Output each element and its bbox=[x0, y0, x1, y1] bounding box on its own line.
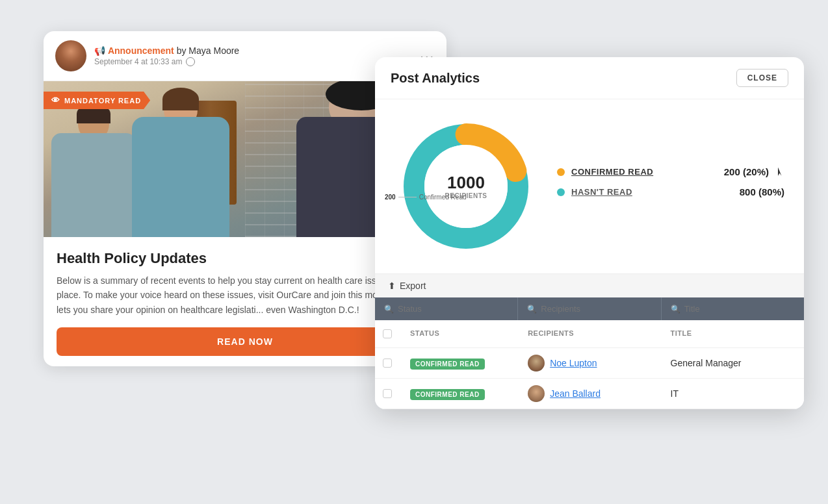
announcement-icon: 📢 bbox=[94, 45, 105, 56]
row-checkbox-2[interactable] bbox=[383, 389, 392, 398]
post-meta: 📢 Announcement by Maya Moore September 4… bbox=[94, 45, 420, 66]
status-badge-2: CONFIRMED READ bbox=[410, 389, 485, 400]
legend-hasnt-read: HASN'T READ 800 (80%) bbox=[557, 186, 784, 197]
analytics-panel: Post Analytics CLOSE 1000 RECIP bbox=[375, 57, 804, 409]
post-author: by Maya Moore bbox=[177, 45, 239, 56]
td-status-2: CONFIRMED READ bbox=[401, 381, 519, 407]
analytics-title: Post Analytics bbox=[391, 71, 480, 86]
table-header: STATUS RECIPIENTS TITLE bbox=[375, 320, 804, 348]
recipient-name-2[interactable]: Jean Ballard bbox=[550, 388, 601, 399]
export-label: Export bbox=[400, 281, 426, 291]
mandatory-label: MANDATORY READ bbox=[64, 97, 141, 105]
th-status: STATUS bbox=[401, 325, 519, 342]
confirmed-read-label[interactable]: CONFIRMED READ bbox=[571, 167, 718, 177]
table: STATUS RECIPIENTS TITLE CONFIRMED READ N… bbox=[375, 320, 804, 409]
search-icon-status: 🔍 bbox=[384, 305, 394, 314]
filter-row: 🔍 🔍 🔍 bbox=[375, 297, 804, 320]
post-title-line: 📢 Announcement by Maya Moore bbox=[94, 45, 420, 56]
status-filter-input[interactable] bbox=[398, 304, 508, 314]
recipient-avatar-2 bbox=[528, 385, 545, 402]
search-icon-recipients: 🔍 bbox=[527, 305, 537, 314]
announcement-label: Announcement bbox=[108, 45, 174, 56]
person-left bbox=[51, 101, 136, 237]
analytics-header: Post Analytics CLOSE bbox=[375, 57, 804, 99]
th-recipients: RECIPIENTS bbox=[519, 325, 661, 342]
person-center bbox=[132, 88, 229, 237]
post-date: September 4 at 10:33 am bbox=[94, 57, 182, 66]
filter-title-cell: 🔍 bbox=[662, 297, 804, 320]
td-checkbox-1 bbox=[375, 352, 401, 374]
total-recipients: 1000 bbox=[445, 174, 487, 191]
callout-line bbox=[398, 197, 417, 197]
confirmed-dot bbox=[557, 168, 565, 176]
td-title-2: IT bbox=[662, 382, 804, 405]
close-button[interactable]: CLOSE bbox=[736, 69, 788, 87]
td-checkbox-2 bbox=[375, 383, 401, 405]
td-recipient-1: Noe Lupton bbox=[519, 348, 661, 378]
post-subtitle: September 4 at 10:33 am bbox=[94, 57, 420, 66]
td-recipient-2: Jean Ballard bbox=[519, 379, 661, 409]
legend-confirmed: CONFIRMED READ 200 (20%) bbox=[557, 166, 784, 177]
chart-area: 1000 RECIPIENTS 200 Confirmed Read CONFI… bbox=[375, 99, 804, 273]
callout-text: Confirmed Read bbox=[419, 194, 467, 201]
row-checkbox-1[interactable] bbox=[383, 359, 392, 368]
th-title: TITLE bbox=[662, 325, 804, 342]
hasnt-read-label: HASN'T READ bbox=[571, 187, 733, 197]
export-icon: ⬆ bbox=[388, 281, 396, 291]
mandatory-badge: 👁 MANDATORY READ bbox=[44, 92, 150, 109]
chart-legend: CONFIRMED READ 200 (20%) HASN'T READ 800… bbox=[557, 166, 784, 207]
th-checkbox bbox=[375, 325, 401, 342]
filter-status-cell: 🔍 bbox=[375, 297, 518, 320]
confirmed-read-count: 200 (20%) bbox=[724, 166, 769, 177]
recipients-filter-input[interactable] bbox=[541, 304, 651, 314]
confirmed-callout: 200 Confirmed Read bbox=[385, 194, 467, 201]
recipient-name-1[interactable]: Noe Lupton bbox=[550, 358, 597, 368]
status-badge-1: CONFIRMED READ bbox=[410, 359, 485, 370]
td-status-1: CONFIRMED READ bbox=[401, 351, 519, 376]
avatar bbox=[55, 40, 86, 71]
filter-recipients-cell: 🔍 bbox=[518, 297, 661, 320]
recipient-avatar-1 bbox=[528, 355, 545, 372]
export-bar: ⬆ Export bbox=[375, 273, 804, 297]
globe-icon bbox=[186, 57, 195, 66]
table-row: CONFIRMED READ Jean Ballard IT bbox=[375, 379, 804, 409]
title-filter-input[interactable] bbox=[684, 304, 795, 314]
hasnt-read-count: 800 (80%) bbox=[740, 186, 784, 197]
header-checkbox[interactable] bbox=[383, 329, 392, 338]
td-title-1: General Manager bbox=[662, 351, 804, 375]
hasnt-read-dot bbox=[557, 188, 565, 196]
search-icon-title: 🔍 bbox=[671, 305, 680, 314]
callout-number: 200 bbox=[385, 194, 396, 201]
export-button[interactable]: ⬆ Export bbox=[388, 281, 426, 291]
table-row: CONFIRMED READ Noe Lupton General Manage… bbox=[375, 348, 804, 379]
eye-icon: 👁 bbox=[51, 95, 60, 105]
cursor-icon bbox=[778, 168, 784, 177]
donut-chart: 1000 RECIPIENTS 200 Confirmed Read bbox=[395, 115, 537, 258]
